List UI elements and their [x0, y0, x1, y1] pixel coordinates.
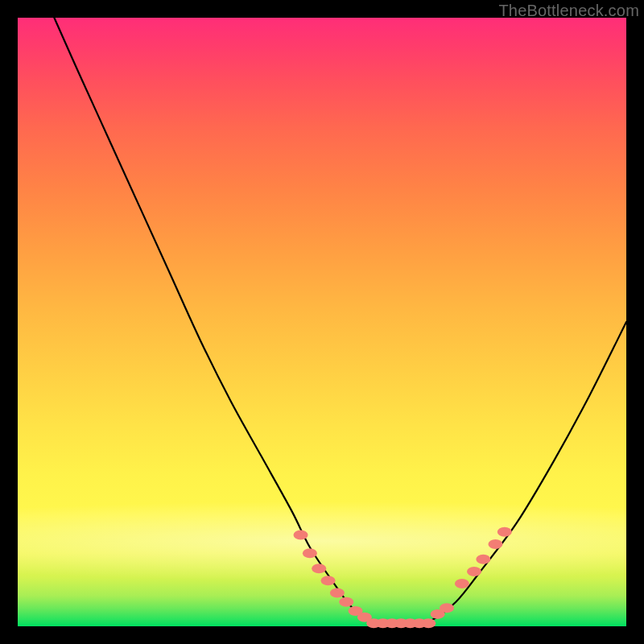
- chart-frame: [18, 18, 626, 626]
- curve-marker: [421, 618, 436, 628]
- curve-marker: [455, 579, 469, 588]
- curve-marker: [339, 597, 353, 607]
- curve-marker: [294, 530, 308, 540]
- curve-marker: [312, 564, 326, 573]
- attribution-label: TheBottleneck.com: [498, 2, 639, 20]
- curve-marker: [467, 567, 481, 576]
- curve-marker: [440, 603, 454, 613]
- curve-path: [54, 18, 626, 624]
- curve-marker: [321, 576, 336, 585]
- curve-marker: [497, 527, 512, 537]
- curve-marker: [303, 548, 317, 558]
- curve-marker: [330, 588, 345, 597]
- curve-marker: [476, 555, 490, 564]
- bottleneck-curve: [18, 18, 626, 626]
- marker-group: [294, 527, 512, 628]
- curve-marker: [488, 539, 502, 549]
